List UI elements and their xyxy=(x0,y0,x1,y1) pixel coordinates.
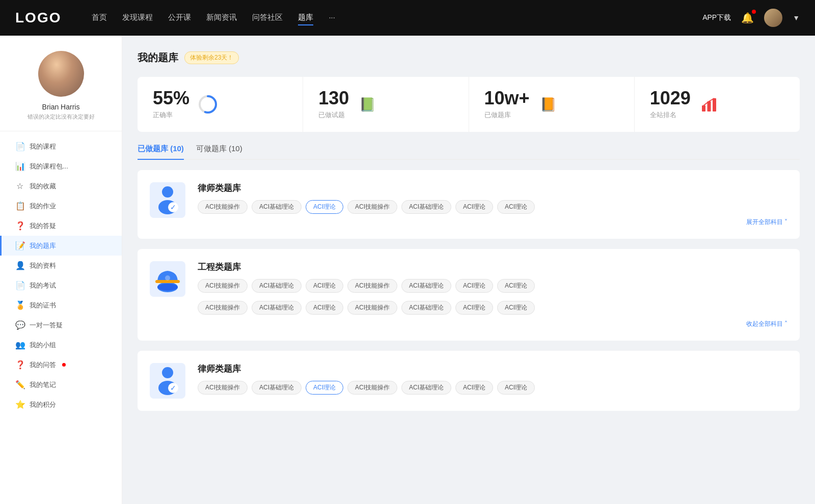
menu-label: 我的作业 xyxy=(30,202,56,211)
nav-link-新闻资讯[interactable]: 新闻资讯 xyxy=(206,11,237,25)
tag-1[interactable]: ACI基础理论 xyxy=(252,200,302,214)
tag-6[interactable]: ACI理论 xyxy=(497,279,535,293)
sidebar-profile: Brian Harris 错误的决定比没有决定要好 xyxy=(0,51,122,131)
tag-10[interactable]: ACI技能操作 xyxy=(347,301,397,315)
stat-number: 130 xyxy=(318,89,349,107)
menu-label: 我的资料 xyxy=(30,261,56,270)
sidebar-item-一对一答疑[interactable]: 💬一对一答疑 xyxy=(0,315,122,335)
stat-icon-green_book: 📗 xyxy=(357,94,377,115)
tag-6[interactable]: ACI理论 xyxy=(497,200,535,214)
stat-item-全站排名: 1029全站排名 xyxy=(635,77,800,132)
tabs-row: 已做题库 (10)可做题库 (10) xyxy=(138,144,800,160)
collapse-link[interactable]: 收起全部科目 ˄ xyxy=(198,320,787,328)
main-layout: Brian Harris 错误的决定比没有决定要好 📄我的课程📊我的课程包...… xyxy=(0,36,815,504)
tag-2[interactable]: ACI理论 xyxy=(306,200,343,214)
nav-link-公开课[interactable]: 公开课 xyxy=(168,11,191,25)
sidebar-item-我的作业[interactable]: 📋我的作业 xyxy=(0,196,122,216)
sidebar-item-我的收藏[interactable]: ☆我的收藏 xyxy=(0,176,122,196)
menu-icon: ❓ xyxy=(15,360,24,370)
tag-9[interactable]: ACI理论 xyxy=(306,301,343,315)
tag-2[interactable]: ACI理论 xyxy=(306,381,343,395)
menu-icon: 📄 xyxy=(15,142,24,151)
tab-可做题库 (10)[interactable]: 可做题库 (10) xyxy=(196,144,242,159)
tag-0[interactable]: ACI技能操作 xyxy=(198,279,248,293)
stat-icon-pie xyxy=(198,94,218,115)
svg-rect-2 xyxy=(702,105,705,111)
tag-3[interactable]: ACI技能操作 xyxy=(347,279,397,293)
tag-8[interactable]: ACI基础理论 xyxy=(252,301,302,315)
tag-1[interactable]: ACI基础理论 xyxy=(252,381,302,395)
tag-4[interactable]: ACI基础理论 xyxy=(401,381,451,395)
tag-4[interactable]: ACI基础理论 xyxy=(401,279,451,293)
tag-12[interactable]: ACI理论 xyxy=(455,301,493,315)
svg-point-12 xyxy=(165,275,170,281)
page-header: 我的题库 体验剩余23天！ xyxy=(138,51,800,65)
sidebar-item-我的考试[interactable]: 📄我的考试 xyxy=(0,275,122,295)
nav-link-题库[interactable]: 题库 xyxy=(298,11,313,25)
sidebar-item-我的证书[interactable]: 🏅我的证书 xyxy=(0,295,122,315)
svg-point-11 xyxy=(157,284,178,291)
menu-label: 我的积分 xyxy=(30,400,56,409)
menu-label: 我的笔记 xyxy=(30,380,56,389)
bank-icon-person: ✓ xyxy=(150,182,185,218)
tag-3[interactable]: ACI技能操作 xyxy=(347,381,397,395)
sidebar-item-我的小组[interactable]: 👥我的小组 xyxy=(0,335,122,355)
stat-item-已做题库: 10w+已做题库📙 xyxy=(469,77,635,132)
sidebar-username: Brian Harris xyxy=(42,103,80,111)
tag-6[interactable]: ACI理论 xyxy=(497,381,535,395)
sidebar-item-我的笔记[interactable]: ✏️我的笔记 xyxy=(0,375,122,395)
menu-icon: 📋 xyxy=(15,201,24,211)
expand-link[interactable]: 展开全部科目 ˅ xyxy=(198,218,787,227)
nav-link-首页[interactable]: 首页 xyxy=(92,11,107,25)
user-dropdown-arrow[interactable]: ▼ xyxy=(793,14,800,22)
menu-label: 我的问答 xyxy=(30,360,56,370)
tag-5[interactable]: ACI理论 xyxy=(455,381,493,395)
tag-5[interactable]: ACI理论 xyxy=(455,200,493,214)
stat-label: 全站排名 xyxy=(650,110,691,120)
sidebar-item-我的问答[interactable]: ❓我的问答 xyxy=(0,355,122,375)
sidebar-item-我的题库[interactable]: 📝我的题库 xyxy=(0,236,122,256)
nav-link-问答社区[interactable]: 问答社区 xyxy=(252,11,283,25)
sidebar-menu: 📄我的课程📊我的课程包...☆我的收藏📋我的作业❓我的答疑📝我的题库👤我的资料📄… xyxy=(0,136,122,414)
tag-13[interactable]: ACI理论 xyxy=(497,301,535,315)
sidebar-item-我的资料[interactable]: 👤我的资料 xyxy=(0,256,122,275)
tag-0[interactable]: ACI技能操作 xyxy=(198,200,248,214)
tag-2[interactable]: ACI理论 xyxy=(306,279,343,293)
bank-card-0: ✓ 律师类题库ACI技能操作ACI基础理论ACI理论ACI技能操作ACI基础理论… xyxy=(138,170,800,239)
tag-5[interactable]: ACI理论 xyxy=(455,279,493,293)
bank-title: 律师类题库 xyxy=(198,363,787,375)
menu-icon: 👥 xyxy=(15,340,24,350)
notification-badge xyxy=(752,10,756,14)
main-content: 我的题库 体验剩余23天！ 55%正确率130已做试题📗10w+已做题库📙102… xyxy=(122,36,815,504)
app-download-button[interactable]: APP下载 xyxy=(702,13,731,22)
stat-label: 已做题库 xyxy=(484,110,530,120)
user-avatar[interactable] xyxy=(764,9,782,27)
menu-label: 我的题库 xyxy=(30,241,56,250)
stat-label: 正确率 xyxy=(153,110,189,120)
nav-link-···[interactable]: ··· xyxy=(329,11,335,25)
bank-cards-container: ✓ 律师类题库ACI技能操作ACI基础理论ACI理论ACI技能操作ACI基础理论… xyxy=(138,170,800,411)
tag-3[interactable]: ACI技能操作 xyxy=(347,200,397,214)
red-chart-icon xyxy=(700,95,718,114)
tag-0[interactable]: ACI技能操作 xyxy=(198,381,248,395)
menu-icon: 💬 xyxy=(15,320,24,330)
trial-badge: 体验剩余23天！ xyxy=(184,51,239,64)
svg-rect-4 xyxy=(713,98,716,111)
nav-link-发现课程[interactable]: 发现课程 xyxy=(122,11,153,25)
sidebar-item-我的课程包...[interactable]: 📊我的课程包... xyxy=(0,156,122,176)
menu-label: 我的课程 xyxy=(30,142,56,151)
sidebar-item-我的课程[interactable]: 📄我的课程 xyxy=(0,136,122,156)
tab-已做题库 (10)[interactable]: 已做题库 (10) xyxy=(138,144,184,159)
tag-4[interactable]: ACI基础理论 xyxy=(401,200,451,214)
nav-logo[interactable]: LOGO xyxy=(15,10,61,26)
bank-title: 工程类题库 xyxy=(198,261,787,273)
sidebar-item-我的积分[interactable]: ⭐我的积分 xyxy=(0,395,122,414)
tag-1[interactable]: ACI基础理论 xyxy=(252,279,302,293)
sidebar-item-我的答疑[interactable]: ❓我的答疑 xyxy=(0,216,122,236)
stat-item-正确率: 55%正确率 xyxy=(138,77,303,132)
tag-7[interactable]: ACI技能操作 xyxy=(198,301,248,315)
notification-bell[interactable]: 🔔 xyxy=(741,12,754,24)
sidebar-avatar xyxy=(38,51,84,97)
bank-title: 律师类题库 xyxy=(198,182,787,194)
tag-11[interactable]: ACI基础理论 xyxy=(401,301,451,315)
